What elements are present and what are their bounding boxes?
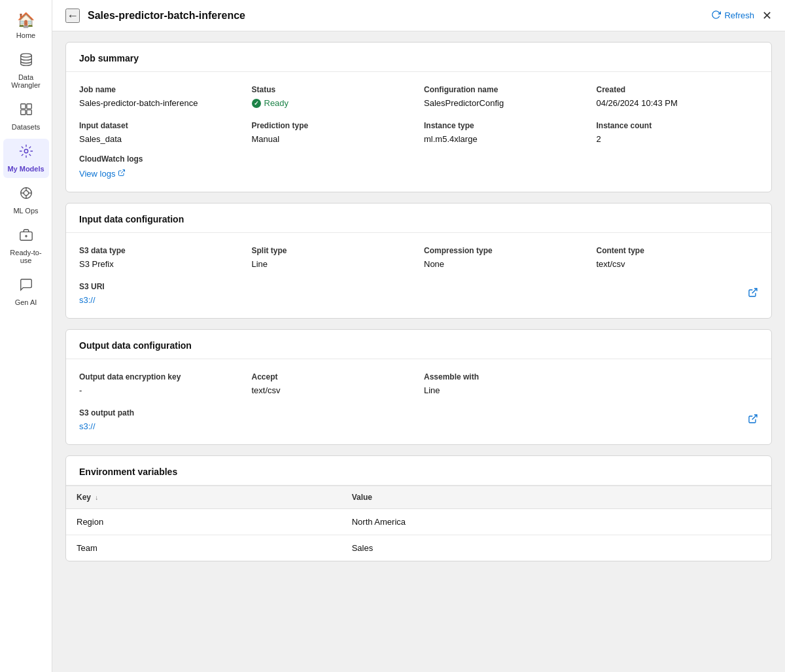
- main-panel: ← Sales-predictor-batch-inference Refres…: [52, 0, 785, 672]
- created-field: Created 04/26/2024 10:43 PM: [597, 85, 759, 108]
- created-label: Created: [597, 85, 759, 94]
- job-summary-body: Job name Sales-predictor-batch-inference…: [66, 72, 771, 192]
- s3-output-external-icon[interactable]: [748, 414, 758, 426]
- datasets-icon: [19, 102, 33, 120]
- data-wrangler-icon: [19, 52, 33, 71]
- encryption-key-field: Output data encryption key -: [79, 372, 241, 395]
- instance-type-value: ml.m5.4xlarge: [424, 134, 586, 144]
- cloudwatch-label: CloudWatch logs: [79, 154, 758, 164]
- gen-ai-icon: [19, 277, 33, 296]
- env-variables-title: Environment variables: [66, 456, 771, 486]
- svg-line-15: [121, 170, 125, 174]
- content-type-label: Content type: [597, 246, 759, 255]
- output-data-config-title: Output data configuration: [66, 330, 771, 359]
- job-name-field: Job name Sales-predictor-batch-inference: [79, 85, 241, 108]
- sidebar-item-label: Home: [16, 31, 35, 39]
- encryption-key-value: -: [79, 385, 241, 395]
- svg-rect-1: [20, 104, 25, 109]
- sidebar: 🏠 Home Data Wrangler Datasets My Models …: [0, 0, 52, 672]
- split-type-field: Split type Line: [252, 246, 414, 269]
- prediction-type-value: Manual: [252, 134, 414, 144]
- instance-count-value: 2: [597, 134, 759, 144]
- svg-rect-3: [20, 110, 25, 115]
- status-field: Status Ready: [252, 85, 414, 108]
- instance-count-field: Instance count 2: [597, 121, 759, 144]
- input-data-config-title: Input data configuration: [66, 203, 771, 233]
- job-summary-card: Job summary Job name Sales-predictor-bat…: [65, 42, 772, 192]
- home-icon: 🏠: [17, 12, 35, 29]
- accept-field: Accept text/csv: [252, 372, 414, 395]
- config-name-value: SalesPredictorConfig: [424, 98, 586, 108]
- env-table-body: RegionNorth AmericaTeamSales: [66, 509, 771, 561]
- env-variables-card: Environment variables Key ↓ Value Region…: [65, 455, 772, 561]
- instance-count-label: Instance count: [597, 121, 759, 130]
- s3-output-wrap: S3 output path s3://: [79, 408, 134, 431]
- status-value: Ready: [264, 98, 289, 108]
- svg-point-0: [20, 54, 31, 58]
- output-config-grid: Output data encryption key - Accept text…: [79, 372, 758, 395]
- svg-point-5: [24, 149, 28, 153]
- config-name-label: Configuration name: [424, 85, 586, 94]
- key-column-label: Key: [77, 493, 91, 502]
- close-button[interactable]: ✕: [762, 9, 772, 23]
- s3-output-path-value: s3://: [79, 421, 96, 431]
- s3-uri-label: S3 URI: [79, 282, 105, 291]
- svg-line-16: [752, 289, 757, 293]
- external-link-icon: [118, 169, 126, 179]
- refresh-label: Refresh: [724, 10, 754, 20]
- sidebar-item-datasets[interactable]: Datasets: [3, 97, 49, 136]
- s3-data-type-value: S3 Prefix: [79, 259, 241, 269]
- sidebar-item-my-models[interactable]: My Models: [3, 139, 49, 178]
- status-label: Status: [252, 85, 414, 94]
- svg-line-17: [752, 415, 757, 419]
- output-data-config-card: Output data configuration Output data en…: [65, 329, 772, 445]
- value-column-header: Value: [341, 486, 771, 509]
- sidebar-item-label: My Models: [7, 165, 44, 173]
- accept-value: text/csv: [252, 385, 414, 395]
- input-data-config-card: Input data configuration S3 data type S3…: [65, 203, 772, 319]
- status-dot-icon: [252, 99, 261, 108]
- back-button[interactable]: ←: [65, 9, 80, 23]
- s3-output-section: S3 output path s3://: [79, 408, 758, 431]
- sidebar-item-ml-ops[interactable]: ML Ops: [3, 181, 49, 220]
- job-summary-grid-2: Input dataset Sales_data Prediction type…: [79, 121, 758, 144]
- job-summary-grid: Job name Sales-predictor-batch-inference…: [79, 85, 758, 108]
- s3-uri-external-icon[interactable]: [748, 287, 758, 300]
- sidebar-item-gen-ai[interactable]: Gen AI: [3, 272, 49, 311]
- refresh-button[interactable]: Refresh: [711, 10, 754, 22]
- cloudwatch-section: CloudWatch logs View logs: [79, 154, 758, 179]
- sidebar-item-ready-to-use[interactable]: Ready-to-use: [3, 222, 49, 270]
- sidebar-item-label: Ready-to-use: [7, 249, 45, 264]
- sidebar-item-data-wrangler[interactable]: Data Wrangler: [3, 47, 49, 94]
- status-badge: Ready: [252, 98, 414, 108]
- s3-uri-link[interactable]: s3://: [79, 295, 105, 305]
- input-dataset-field: Input dataset Sales_data: [79, 121, 241, 144]
- s3-data-type-field: S3 data type S3 Prefix: [79, 246, 241, 269]
- assemble-with-field: Assemble with Line: [424, 372, 586, 395]
- compression-type-value: None: [424, 259, 586, 269]
- input-data-config-body: S3 data type S3 Prefix Split type Line C…: [66, 233, 771, 318]
- assemble-with-label: Assemble with: [424, 372, 586, 381]
- view-logs-text: View logs: [79, 169, 115, 179]
- env-value-cell: Sales: [341, 535, 771, 561]
- instance-type-field: Instance type ml.m5.4xlarge: [424, 121, 586, 144]
- ml-ops-icon: [19, 186, 33, 204]
- key-column-header: Key ↓: [66, 486, 341, 509]
- s3-data-type-label: S3 data type: [79, 246, 241, 255]
- view-logs-link[interactable]: View logs: [79, 169, 126, 179]
- s3-output-path-label: S3 output path: [79, 408, 134, 417]
- input-dataset-value: Sales_data: [79, 134, 241, 144]
- sidebar-item-home[interactable]: 🏠 Home: [3, 7, 49, 44]
- s3-uri-section: S3 URI s3://: [79, 282, 758, 305]
- split-type-label: Split type: [252, 246, 414, 255]
- refresh-icon: [711, 10, 721, 22]
- table-row: RegionNorth America: [66, 509, 771, 535]
- job-name-value: Sales-predictor-batch-inference: [79, 98, 241, 108]
- s3-output-path-link[interactable]: s3://: [79, 421, 134, 431]
- content-type-value: text/csv: [597, 259, 759, 269]
- table-row: TeamSales: [66, 535, 771, 561]
- ready-to-use-icon: [19, 228, 33, 246]
- sort-icon[interactable]: ↓: [95, 494, 98, 501]
- split-type-value: Line: [252, 259, 414, 269]
- env-variables-table: Key ↓ Value RegionNorth AmericaTeamSales: [66, 486, 771, 561]
